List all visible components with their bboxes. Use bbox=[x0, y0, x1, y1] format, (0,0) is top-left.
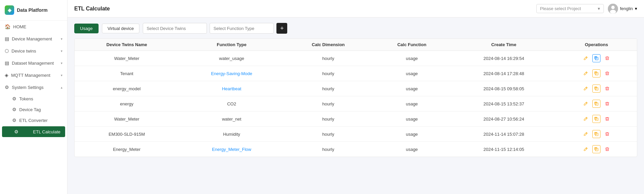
svg-rect-6 bbox=[595, 72, 597, 74]
sidebar-sub-item-etl-calculate[interactable]: ⚙ ETL Calculate bbox=[2, 126, 65, 137]
sidebar-item-device-twins[interactable]: ⬡ Device twins ▾ bbox=[0, 45, 67, 57]
svg-rect-14 bbox=[595, 132, 597, 135]
edit-button[interactable] bbox=[582, 85, 590, 93]
delete-button[interactable] bbox=[603, 130, 611, 138]
tab-usage[interactable]: Usage bbox=[74, 24, 99, 33]
cell-calc-function: usage bbox=[372, 111, 452, 127]
username: fenglin bbox=[620, 6, 633, 11]
sidebar-item-system-settings[interactable]: ⚙ System Settings ▴ bbox=[0, 81, 67, 93]
edit-button[interactable] bbox=[582, 115, 590, 123]
copy-button[interactable] bbox=[592, 115, 600, 123]
cell-create-time: 2024-08-15 13:52:37 bbox=[452, 96, 556, 111]
copy-button[interactable] bbox=[592, 54, 600, 62]
delete-button[interactable] bbox=[603, 145, 611, 153]
avatar bbox=[608, 4, 618, 14]
app-logo: ◈ Data Platform bbox=[0, 0, 67, 21]
sidebar-item-mqtt-management[interactable]: ◈ MQTT Management ▾ bbox=[0, 69, 67, 81]
cell-create-time: 2024-08-14 17:28:48 bbox=[452, 66, 556, 81]
sidebar-item-home[interactable]: 🏠 HOME bbox=[0, 21, 67, 33]
sidebar-item-label: HOME bbox=[13, 24, 26, 29]
svg-rect-12 bbox=[595, 117, 597, 120]
cell-function-type[interactable]: Heartbeat bbox=[179, 81, 285, 96]
delete-button[interactable] bbox=[603, 69, 611, 77]
sidebar-sub-label: Tokens bbox=[19, 96, 33, 101]
copy-button[interactable] bbox=[592, 130, 600, 138]
settings-icon: ⚙ bbox=[5, 85, 9, 90]
etl-calculate-icon: ⚙ bbox=[14, 129, 19, 134]
edit-button[interactable] bbox=[582, 145, 590, 153]
device-management-icon: ▤ bbox=[5, 36, 9, 41]
user-arrow-icon: ▾ bbox=[635, 6, 637, 11]
tab-virtual-device[interactable]: Virtual device bbox=[102, 24, 140, 33]
sidebar-item-dataset-management[interactable]: ▤ Dataset Management ▾ bbox=[0, 57, 67, 69]
cell-device-twins-name: Water_Meter bbox=[75, 51, 179, 66]
cell-calc-dimension: hourly bbox=[285, 127, 372, 142]
col-header-calc-dimension: Calc Dimension bbox=[285, 39, 372, 51]
cell-create-time: 2024-08-27 10:56:24 bbox=[452, 111, 556, 127]
table-header-row: Device Twins Name Function Type Calc Dim… bbox=[75, 39, 637, 51]
copy-button[interactable] bbox=[592, 145, 600, 153]
table-row: Water_Meterwater_nethourlyusage2024-08-2… bbox=[75, 111, 637, 127]
sidebar-sub-label: ETL Calculate bbox=[33, 129, 60, 134]
cell-function-type: water_usage bbox=[179, 51, 285, 66]
sidebar-item-label: Device Management bbox=[12, 36, 52, 41]
cell-create-time: 2024-11-15 12:14:05 bbox=[452, 142, 556, 157]
sidebar-item-label: MQTT Management bbox=[11, 73, 50, 78]
delete-button[interactable] bbox=[603, 115, 611, 123]
project-select-placeholder: Please select Project bbox=[540, 6, 581, 11]
project-select-dropdown[interactable]: Please select Project ▾ bbox=[536, 4, 604, 13]
delete-button[interactable] bbox=[603, 54, 611, 62]
sidebar-item-label: System Settings bbox=[12, 85, 44, 90]
cell-function-type: CO2 bbox=[179, 96, 285, 111]
cell-function-type[interactable]: Energy-Saving-Mode bbox=[179, 66, 285, 81]
operations-cell bbox=[560, 69, 633, 77]
edit-button[interactable] bbox=[582, 54, 590, 62]
cell-calc-function: usage bbox=[372, 66, 452, 81]
col-header-calc-function: Calc Function bbox=[372, 39, 452, 51]
cell-device-twins-name: energy_model bbox=[75, 81, 179, 96]
sidebar-item-label: Device twins bbox=[11, 48, 36, 54]
dataset-icon: ▤ bbox=[5, 60, 9, 66]
copy-button[interactable] bbox=[592, 69, 600, 77]
edit-button[interactable] bbox=[582, 100, 590, 108]
svg-rect-4 bbox=[595, 57, 597, 59]
table-row: energyCO2hourlyusage2024-08-15 13:52:37 bbox=[75, 96, 637, 111]
chevron-down-icon: ▾ bbox=[61, 49, 62, 53]
delete-button[interactable] bbox=[603, 100, 611, 108]
cell-calc-function: usage bbox=[372, 127, 452, 142]
cell-operations bbox=[556, 81, 637, 96]
edit-button[interactable] bbox=[582, 130, 590, 138]
home-icon: 🏠 bbox=[5, 24, 10, 29]
device-twins-filter[interactable] bbox=[143, 23, 207, 34]
delete-button[interactable] bbox=[603, 85, 611, 93]
svg-point-2 bbox=[610, 10, 616, 14]
sidebar-sub-item-etl-converter[interactable]: ⚙ ETL Converter bbox=[0, 115, 67, 126]
table-row: TenantEnergy-Saving-Modehourlyusage2024-… bbox=[75, 66, 637, 81]
cell-create-time: 2024-08-15 09:58:05 bbox=[452, 81, 556, 96]
operations-cell bbox=[560, 100, 633, 108]
cell-calc-function: usage bbox=[372, 142, 452, 157]
avatar-image bbox=[608, 4, 618, 14]
operations-cell bbox=[560, 115, 633, 123]
function-type-filter[interactable] bbox=[210, 23, 274, 34]
topbar-right: Please select Project ▾ fenglin ▾ bbox=[536, 4, 637, 14]
table-row: Energy_MeterEnergy_Meter_Flowhourlyusage… bbox=[75, 142, 637, 157]
cell-device-twins-name: Water_Meter bbox=[75, 111, 179, 127]
sidebar-item-device-management[interactable]: ▤ Device Management ▾ bbox=[0, 33, 67, 45]
content-area: Usage Virtual device + Device Twins Name… bbox=[68, 18, 644, 194]
cell-calc-dimension: hourly bbox=[285, 96, 372, 111]
user-menu[interactable]: fenglin ▾ bbox=[608, 4, 637, 14]
copy-button[interactable] bbox=[592, 85, 600, 93]
copy-button[interactable] bbox=[592, 100, 600, 108]
svg-point-1 bbox=[611, 6, 615, 9]
sidebar-sub-item-device-tag[interactable]: ⚙ Device Tag bbox=[0, 104, 67, 115]
edit-button[interactable] bbox=[582, 69, 590, 77]
cell-operations bbox=[556, 66, 637, 81]
sidebar-sub-item-tokens[interactable]: ⚙ Tokens bbox=[0, 93, 67, 104]
mqtt-icon: ◈ bbox=[5, 72, 8, 78]
cell-create-time: 2024-11-14 15:07:28 bbox=[452, 127, 556, 142]
add-button[interactable]: + bbox=[276, 23, 287, 34]
cell-calc-dimension: hourly bbox=[285, 81, 372, 96]
cell-function-type[interactable]: Energy_Meter_Flow bbox=[179, 142, 285, 157]
cell-calc-function: usage bbox=[372, 96, 452, 111]
